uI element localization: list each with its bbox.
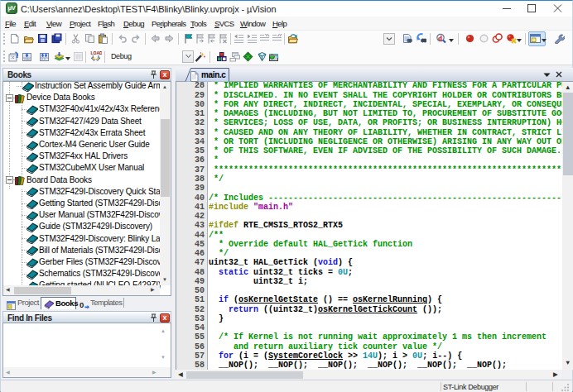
svg-text:d: d bbox=[438, 34, 442, 42]
svg-text:0: 0 bbox=[79, 300, 84, 309]
svg-text:LOAD: LOAD bbox=[91, 50, 103, 55]
